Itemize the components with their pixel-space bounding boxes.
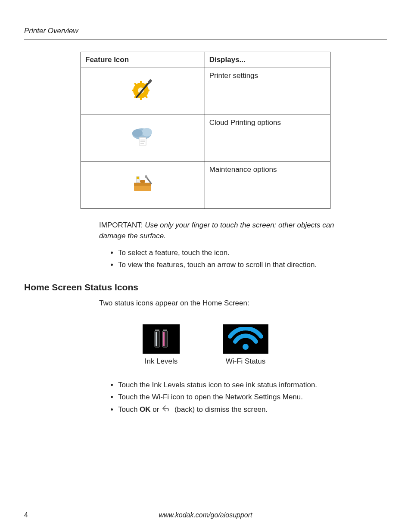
status-usage-list: Touch the Ink Levels status icon to see … (110, 380, 387, 415)
table-header-feature-icon: Feature Icon (81, 52, 205, 68)
svg-rect-26 (155, 331, 160, 347)
maintenance-toolbox-icon (130, 172, 156, 198)
svg-rect-3 (132, 90, 136, 91)
page-footer: 4 www.kodak.com/go/aiosupport (24, 510, 387, 520)
wifi-status-label: Wi-Fi Status (223, 356, 268, 367)
svg-point-13 (142, 128, 152, 137)
text-suffix: (back) to dismiss the screen. (172, 405, 268, 414)
table-row: Maintenance options (81, 162, 330, 209)
svg-rect-21 (140, 180, 145, 183)
svg-point-14 (132, 129, 143, 137)
svg-point-23 (145, 175, 147, 178)
ink-levels-label: Ink Levels (143, 356, 180, 367)
svg-rect-27 (156, 332, 157, 346)
section-heading: Home Screen Status Icons (24, 281, 387, 294)
svg-rect-4 (146, 90, 149, 91)
cloud-print-icon (130, 124, 156, 152)
feature-icon-table: Feature Icon Displays... (81, 52, 330, 209)
footer-url: www.kodak.com/go/aiosupport (24, 510, 387, 520)
back-arrow-icon (162, 404, 171, 415)
ok-label: OK (140, 405, 151, 414)
table-cell-desc: Printer settings (205, 68, 330, 115)
svg-rect-31 (163, 330, 167, 331)
table-cell-desc: Maintenance options (205, 162, 330, 209)
text-middle: or (151, 405, 162, 414)
svg-rect-30 (163, 332, 165, 346)
status-icons-row: Ink Levels Wi-Fi Status (24, 324, 387, 367)
svg-rect-20 (134, 183, 151, 186)
svg-rect-25 (137, 177, 139, 179)
ink-levels-icon (143, 324, 180, 354)
table-row: Cloud Printing options (81, 115, 330, 162)
important-label: IMPORTANT: (99, 221, 143, 229)
table-cell-desc: Cloud Printing options (205, 115, 330, 162)
list-item: Touch the Wi-Fi icon to open the Network… (118, 392, 387, 403)
wifi-status: Wi-Fi Status (223, 324, 268, 367)
header-title: Printer Overview (24, 27, 78, 35)
list-item: Touch OK or (back) to dismiss the screen… (118, 404, 387, 415)
svg-rect-15 (139, 137, 146, 145)
list-item: To view the features, touch an arrow to … (118, 260, 387, 271)
wifi-icon (223, 324, 268, 354)
settings-gear-icon (131, 78, 155, 105)
table-row: Printer settings (81, 68, 330, 115)
svg-rect-28 (155, 330, 159, 331)
svg-point-32 (243, 344, 249, 350)
svg-rect-2 (140, 96, 142, 100)
svg-rect-1 (140, 81, 142, 84)
important-note: IMPORTANT: Use only your finger to touch… (99, 220, 362, 241)
ink-levels-status: Ink Levels (143, 324, 180, 367)
page-number: 4 (24, 510, 28, 520)
status-intro: Two status icons appear on the Home Scre… (99, 298, 387, 309)
list-item: To select a feature, touch the icon. (118, 248, 387, 258)
feature-usage-list: To select a feature, touch the icon. To … (110, 248, 387, 271)
text-prefix: Touch (118, 405, 140, 414)
table-header-displays: Displays... (205, 52, 330, 68)
page-header: Printer Overview (24, 26, 387, 40)
list-item: Touch the Ink Levels status icon to see … (118, 380, 387, 391)
svg-rect-29 (162, 331, 168, 347)
